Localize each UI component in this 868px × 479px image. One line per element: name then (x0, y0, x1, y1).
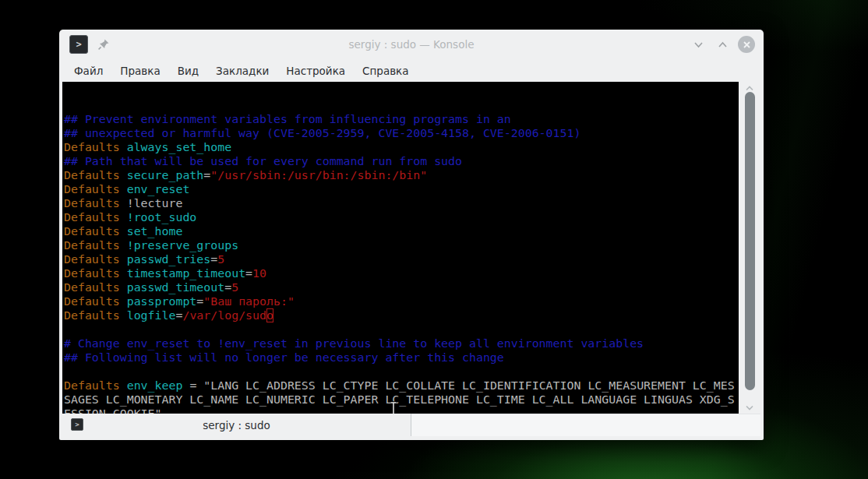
window-title: sergiy : sudo — Konsole (59, 30, 764, 59)
menu-view[interactable]: Вид (169, 62, 207, 80)
terminal-line: Defaults env_keep = "LANG LC_ADDRESS LC_… (64, 379, 739, 393)
scrollbar[interactable] (739, 82, 760, 414)
terminal-line: Defaults passwd_tries=5 (64, 252, 739, 266)
chevron-up-icon (745, 85, 754, 92)
titlebar[interactable]: > sergiy : sudo — Konsole (59, 30, 764, 59)
terminal-lines: ## Prevent environment variables from in… (64, 112, 739, 414)
close-button[interactable] (738, 36, 755, 53)
terminal-line: ## unexpected or harmful way (CVE-2005-2… (64, 126, 739, 140)
tab-bar: > sergiy : sudo (62, 414, 760, 436)
tab-bar-empty-area[interactable] (411, 414, 760, 436)
chevron-down-icon (693, 39, 704, 51)
maximize-button[interactable] (714, 36, 731, 53)
terminal-line: ESSION_COOKIE" (64, 407, 739, 414)
chevron-down-icon (745, 404, 754, 411)
pin-icon[interactable] (97, 38, 110, 51)
terminal-line: ## Following list will no longer be nece… (64, 350, 739, 365)
terminal-line: Defaults !lecture (64, 196, 739, 210)
terminal-line: Defaults always_set_home (64, 140, 739, 154)
scrollbar-thumb[interactable] (745, 92, 755, 390)
terminal-screen[interactable]: ## Prevent environment variables from in… (62, 82, 739, 414)
chevron-up-icon (717, 39, 729, 51)
terminal-tab-icon: > (71, 418, 83, 431)
terminal-line: Defaults set_home (64, 224, 739, 238)
terminal-line: Defaults passwd_timeout=5 (64, 280, 739, 294)
menu-bar: Файл Правка Вид Закладки Настройка Справ… (59, 59, 764, 82)
terminal-line: Defaults secure_path="/usr/sbin:/usr/bin… (64, 168, 739, 182)
menu-settings[interactable]: Настройка (277, 62, 354, 80)
scrollbar-down-button[interactable] (739, 402, 760, 413)
terminal-line: Defaults env_reset (64, 182, 739, 196)
terminal-line: # Change env_reset to !env_reset in prev… (64, 336, 739, 350)
close-icon (743, 41, 751, 49)
terminal-line (64, 365, 739, 379)
terminal-line: Defaults passprompt="Ваш пароль:" (64, 294, 739, 308)
menu-bookmarks[interactable]: Закладки (207, 62, 277, 80)
terminal-line: SAGES LC_MONETARY LC_NAME LC_NUMERIC LC_… (64, 393, 739, 407)
terminal-line: Defaults logfile=/var/log/sudo (64, 308, 739, 322)
terminal-line: Defaults !root_sudo (64, 210, 739, 224)
konsole-window: > sergiy : sudo — Konsole (59, 30, 764, 440)
terminal-line: Defaults !preserve_groups (64, 238, 739, 252)
terminal-line: ## Prevent environment variables from in… (64, 112, 739, 126)
tab-sergiy-sudo[interactable]: > sergiy : sudo (62, 414, 411, 436)
menu-edit[interactable]: Правка (111, 62, 168, 80)
tab-label: sergiy : sudo (203, 419, 270, 431)
minimize-button[interactable] (690, 36, 707, 53)
menu-file[interactable]: Файл (65, 62, 111, 80)
terminal-area: ## Prevent environment variables from in… (62, 82, 760, 414)
terminal-line: ## Path that will be used for every comm… (64, 154, 739, 168)
terminal-line (64, 322, 739, 336)
mouse-ibeam-cursor (333, 387, 398, 414)
terminal-line: Defaults timestamp_timeout=10 (64, 266, 739, 280)
konsole-app-icon[interactable]: > (69, 35, 88, 54)
menu-help[interactable]: Справка (354, 62, 417, 80)
